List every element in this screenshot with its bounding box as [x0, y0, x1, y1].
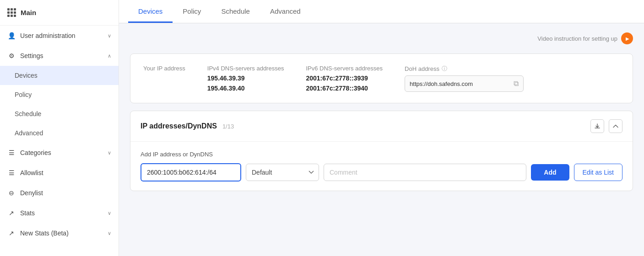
grid-icon — [7, 8, 16, 17]
doh-input-wrap: https://doh.safedns.com ⧉ — [405, 75, 524, 92]
chevron-down-icon: ∨ — [108, 230, 111, 236]
ip-section-count: 1/13 — [222, 123, 234, 130]
ipv6-block: IPv6 DNS-servers addresses 2001:67c:2778… — [306, 65, 383, 92]
ipv4-block: IPv4 DNS-servers addresses 195.46.39.39 … — [207, 65, 284, 92]
sidebar-item-label: Policy — [15, 91, 32, 98]
doh-label: DoH address — [405, 65, 439, 72]
ipv6-label: IPv6 DNS-servers addresses — [306, 65, 383, 72]
sidebar-item-label: Denylist — [20, 189, 43, 197]
list-icon — [7, 169, 16, 177]
your-ip-block: Your IP address — [143, 65, 185, 81]
ip-section-header: IP addresses/DynDNS 1/13 — [130, 111, 633, 142]
ip-section: IP addresses/DynDNS 1/13 — [130, 111, 633, 191]
content-area: Video instruction for setting up Your IP… — [119, 23, 644, 256]
ipv6-value-2: 2001:67c:2778::3940 — [306, 85, 383, 92]
sidebar-item-label: Devices — [15, 72, 38, 79]
chart-icon — [7, 209, 16, 217]
tab-advanced[interactable]: Advanced — [260, 0, 311, 23]
ipv4-label: IPv4 DNS-servers addresses — [207, 65, 284, 72]
main-content: Devices Policy Schedule Advanced Video i… — [119, 0, 644, 256]
sidebar-item-label: Advanced — [15, 129, 43, 137]
sidebar-item-settings[interactable]: Settings ∧ — [0, 46, 119, 66]
sidebar-item-label: Stats — [20, 209, 35, 217]
doh-value: https://doh.safedns.com — [410, 80, 511, 87]
categories-icon — [7, 149, 16, 157]
sidebar-main-label: Main — [21, 9, 36, 16]
network-dropdown[interactable]: Default — [246, 164, 319, 181]
sidebar-item-label: Schedule — [15, 110, 41, 117]
sidebar-item-policy[interactable]: Policy — [0, 85, 119, 104]
ip-section-actions — [590, 119, 622, 133]
collapse-icon[interactable] — [609, 119, 622, 133]
info-icon: ⓘ — [442, 65, 447, 73]
chevron-up-icon: ∧ — [108, 53, 111, 59]
tab-policy[interactable]: Policy — [173, 0, 211, 23]
video-instruction-text: Video instruction for setting up — [537, 35, 617, 42]
add-row: Default Add Edit as List — [141, 163, 622, 181]
ip-input[interactable] — [141, 163, 241, 181]
sidebar-item-label: Allowlist — [20, 169, 43, 176]
tabs-bar: Devices Policy Schedule Advanced — [119, 0, 644, 23]
add-button[interactable]: Add — [531, 164, 569, 181]
sidebar-item-user-administration[interactable]: User administration ∨ — [0, 26, 119, 46]
tab-schedule[interactable]: Schedule — [211, 0, 260, 23]
minus-circle-icon — [7, 189, 16, 197]
sidebar-item-denylist[interactable]: Denylist — [0, 183, 119, 203]
sidebar: Main User administration ∨ Settings ∧ De… — [0, 0, 119, 256]
doh-block: DoH address ⓘ https://doh.safedns.com ⧉ — [405, 65, 524, 92]
play-button[interactable] — [621, 32, 633, 44]
sidebar-header[interactable]: Main — [0, 0, 119, 26]
ip-section-body: Add IP address or DynDNS Default Add Edi… — [130, 142, 633, 191]
ipv4-value-2: 195.46.39.40 — [207, 85, 284, 92]
sidebar-item-new-stats[interactable]: New Stats (Beta) ∨ — [0, 223, 119, 243]
sidebar-item-stats[interactable]: Stats ∨ — [0, 203, 119, 223]
sidebar-item-devices[interactable]: Devices — [0, 66, 119, 85]
settings-icon — [7, 52, 16, 60]
sidebar-item-label: User administration — [20, 32, 76, 39]
sidebar-item-categories[interactable]: Categories ∨ — [0, 143, 119, 163]
edit-as-list-button[interactable]: Edit as List — [574, 164, 622, 181]
dns-info-card: Your IP address IPv4 DNS-servers address… — [130, 53, 633, 103]
comment-input[interactable] — [324, 164, 526, 181]
sidebar-item-label: New Stats (Beta) — [20, 229, 69, 237]
sidebar-nav: User administration ∨ Settings ∧ Devices… — [0, 26, 119, 243]
ip-section-title: IP addresses/DynDNS — [141, 122, 217, 130]
sidebar-item-label: Categories — [20, 149, 51, 156]
ipv4-value-1: 195.46.39.39 — [207, 75, 284, 82]
your-ip-label: Your IP address — [143, 65, 185, 72]
ipv6-value-1: 2001:67c:2778::3939 — [306, 75, 383, 82]
chevron-down-icon: ∨ — [108, 150, 111, 156]
copy-icon[interactable]: ⧉ — [514, 80, 519, 88]
download-icon[interactable] — [590, 119, 604, 133]
chevron-down-icon: ∨ — [108, 33, 111, 39]
tab-devices[interactable]: Devices — [128, 0, 173, 23]
sidebar-item-advanced[interactable]: Advanced — [0, 123, 119, 143]
chevron-down-icon: ∨ — [108, 210, 111, 216]
new-chart-icon — [7, 229, 16, 237]
sidebar-item-allowlist[interactable]: Allowlist — [0, 163, 119, 183]
your-ip-value — [143, 75, 185, 81]
video-instruction: Video instruction for setting up — [130, 32, 633, 44]
add-label: Add IP address or DynDNS — [141, 151, 622, 158]
sidebar-item-schedule[interactable]: Schedule — [0, 104, 119, 123]
user-icon — [7, 32, 16, 40]
sidebar-item-label: Settings — [20, 52, 43, 59]
